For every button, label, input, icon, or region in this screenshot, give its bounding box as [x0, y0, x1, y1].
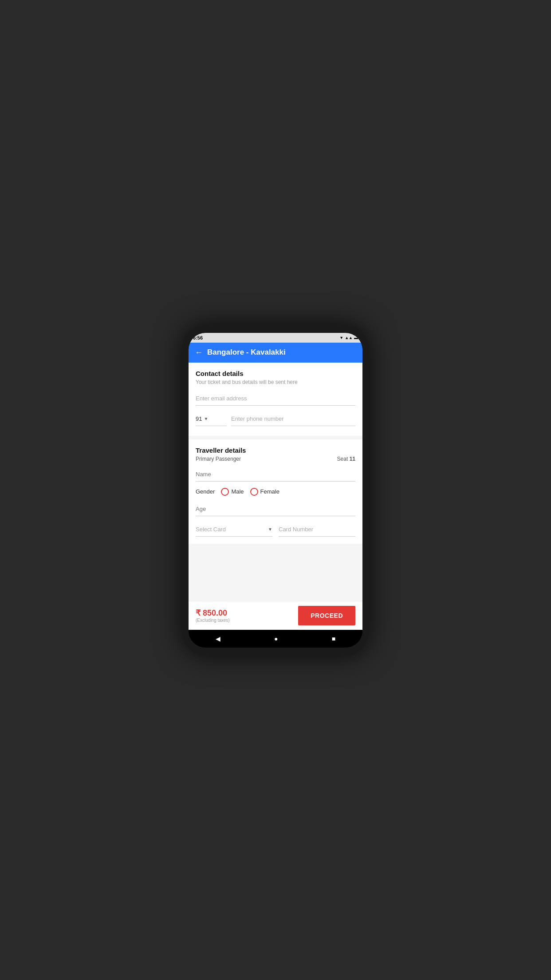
select-card-label: Select Card — [196, 526, 226, 533]
age-input[interactable] — [196, 502, 355, 516]
seat-label: Seat — [337, 456, 348, 462]
card-row: Select Card ▼ — [196, 522, 355, 537]
bottom-bar: ₹ 850.00 (Excluding taxes) PROCEED — [189, 601, 362, 630]
main-content: Contact details Your ticket and bus deta… — [189, 363, 362, 601]
female-label: Female — [260, 488, 279, 495]
traveller-details-section: Traveller details Primary Passenger Seat… — [189, 439, 362, 544]
country-dropdown-arrow: ▼ — [204, 416, 208, 421]
female-radio-circle — [250, 488, 258, 496]
card-number-input[interactable] — [279, 522, 355, 537]
passenger-label: Primary Passenger — [196, 456, 241, 462]
back-nav-button[interactable]: ◀ — [211, 633, 225, 644]
traveller-section-title: Traveller details — [196, 447, 355, 454]
female-radio[interactable]: Female — [250, 488, 279, 496]
seat-number: 11 — [350, 456, 355, 462]
signal-icon: ▲▲ — [345, 336, 353, 340]
phone-row: 91 ▼ — [196, 412, 355, 426]
country-code-selector[interactable]: 91 ▼ — [196, 415, 227, 426]
select-card-dropdown[interactable]: Select Card ▼ — [196, 526, 272, 537]
email-input[interactable] — [196, 391, 355, 406]
price-value: 850.00 — [203, 609, 227, 617]
male-radio[interactable]: Male — [221, 488, 244, 496]
app-header: ← Bangalore - Kavalakki — [189, 343, 362, 363]
price-amount: ₹ 850.00 — [196, 608, 230, 618]
status-bar: 6:56 ▼ ▲▲ ▬ — [189, 333, 362, 343]
status-time: 6:56 — [193, 335, 203, 340]
male-label: Male — [231, 488, 244, 495]
male-radio-circle — [221, 488, 229, 496]
proceed-button[interactable]: PROCEED — [298, 606, 355, 625]
page-title: Bangalore - Kavalakki — [207, 348, 286, 357]
phone-input[interactable] — [231, 412, 355, 426]
price-section: ₹ 850.00 (Excluding taxes) — [196, 608, 230, 623]
home-nav-button[interactable]: ● — [270, 633, 282, 644]
contact-details-section: Contact details Your ticket and bus deta… — [189, 363, 362, 436]
name-input[interactable] — [196, 467, 355, 482]
select-card-arrow-icon: ▼ — [268, 527, 272, 532]
status-icons: ▼ ▲▲ ▬ — [339, 336, 358, 340]
contact-section-title: Contact details — [196, 370, 355, 377]
recents-nav-button[interactable]: ■ — [327, 633, 340, 644]
gender-label: Gender — [196, 488, 215, 495]
gender-row: Gender Male Female — [196, 488, 355, 496]
passenger-row: Primary Passenger Seat 11 — [196, 456, 355, 462]
back-button[interactable]: ← — [195, 348, 203, 357]
battery-icon: ▬ — [354, 336, 358, 340]
price-symbol: ₹ — [196, 609, 201, 617]
contact-section-subtitle: Your ticket and bus details will be sent… — [196, 379, 355, 385]
wifi-icon: ▼ — [339, 336, 343, 340]
country-code-value: 91 — [196, 415, 202, 422]
price-note: (Excluding taxes) — [196, 618, 230, 623]
nav-bar: ◀ ● ■ — [189, 630, 362, 648]
seat-info: Seat 11 — [337, 456, 355, 462]
